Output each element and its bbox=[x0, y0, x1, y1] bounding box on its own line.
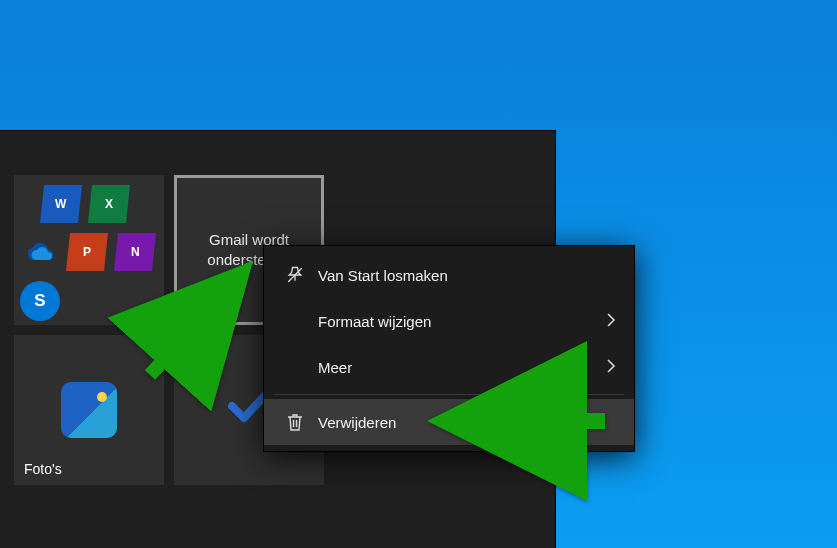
word-icon[interactable]: W bbox=[40, 185, 82, 223]
desktop-background: W X P N S Gmail wordt ondersteund Mail bbox=[0, 0, 837, 548]
ctx-label: Meer bbox=[312, 359, 606, 376]
onenote-icon[interactable]: N bbox=[114, 233, 156, 271]
annotation-arrow-to-remove bbox=[455, 401, 615, 441]
excel-icon[interactable]: X bbox=[88, 185, 130, 223]
trash-icon bbox=[278, 412, 312, 432]
svg-line-1 bbox=[150, 292, 225, 375]
context-menu-separator bbox=[274, 394, 624, 395]
ctx-more[interactable]: Meer bbox=[264, 344, 634, 390]
ctx-resize[interactable]: Formaat wijzigen bbox=[264, 298, 634, 344]
ctx-label: Formaat wijzigen bbox=[312, 313, 606, 330]
onedrive-icon[interactable] bbox=[20, 233, 58, 271]
photos-icon bbox=[61, 382, 117, 438]
ctx-label: Van Start losmaken bbox=[312, 267, 616, 284]
chevron-right-icon bbox=[606, 359, 616, 376]
chevron-right-icon bbox=[606, 313, 616, 330]
annotation-arrow-to-tile bbox=[130, 270, 260, 390]
skype-icon[interactable]: S bbox=[20, 281, 60, 321]
tile-photos-label: Foto's bbox=[24, 461, 62, 477]
ctx-unpin-from-start[interactable]: Van Start losmaken bbox=[264, 252, 634, 298]
unpin-icon bbox=[278, 265, 312, 285]
powerpoint-icon[interactable]: P bbox=[66, 233, 108, 271]
